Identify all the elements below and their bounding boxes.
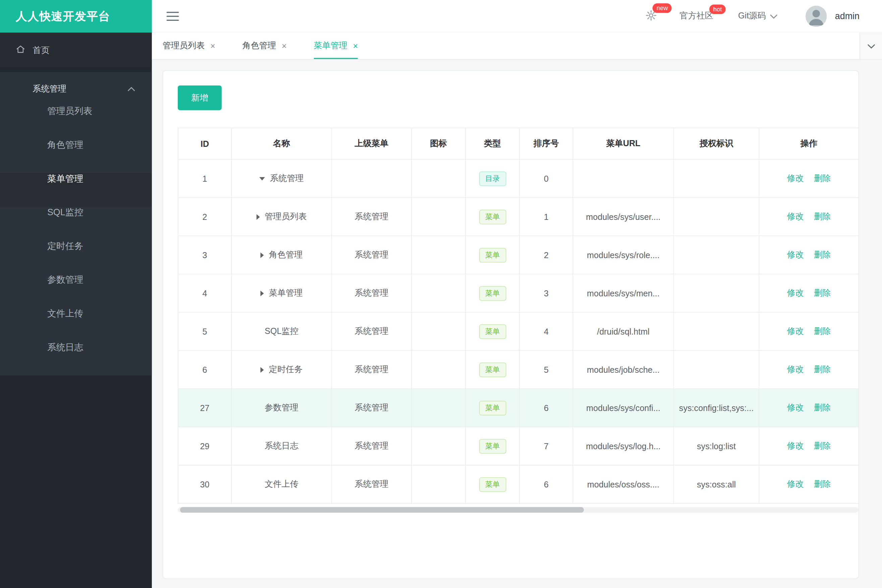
tab-close-icon[interactable]: × xyxy=(282,41,287,51)
type-badge: 菜单 xyxy=(479,439,506,454)
edit-link[interactable]: 修改 xyxy=(787,250,804,260)
sidebar-item[interactable]: 定时任务 xyxy=(0,241,152,274)
edit-link[interactable]: 修改 xyxy=(787,326,804,336)
column-header: 类型 xyxy=(466,128,520,159)
edit-link[interactable]: 修改 xyxy=(787,173,804,183)
tabs-dropdown-button[interactable] xyxy=(859,33,882,59)
cell-parent-menu: 系统管理 xyxy=(332,312,412,351)
chevron-up-icon xyxy=(128,86,135,91)
cell-type: 菜单 xyxy=(466,427,520,465)
cell-actions: 修改删除 xyxy=(759,351,859,389)
horizontal-scrollbar-track[interactable] xyxy=(178,507,858,513)
cell-auth-mark xyxy=(674,351,759,389)
cell-name: 管理员列表 xyxy=(231,198,332,236)
sidebar-item[interactable]: 管理员列表 xyxy=(0,106,152,140)
expand-arrow-icon[interactable] xyxy=(261,367,264,372)
tab-close-icon[interactable]: × xyxy=(353,41,358,51)
delete-link[interactable]: 删除 xyxy=(814,403,831,412)
menu-name: 菜单管理 xyxy=(269,288,303,299)
sidebar-item[interactable]: SQL监控 xyxy=(0,207,152,241)
tab[interactable]: 菜单管理 × xyxy=(314,33,358,59)
sidebar-item[interactable]: 菜单管理 xyxy=(0,173,152,207)
cell-order: 5 xyxy=(520,351,573,389)
cell-name: 定时任务 xyxy=(231,351,332,389)
delete-link[interactable]: 删除 xyxy=(814,173,831,183)
edit-link[interactable]: 修改 xyxy=(787,441,804,450)
menu-name: 系统管理 xyxy=(270,173,304,184)
sidebar-item-home[interactable]: 首页 xyxy=(0,33,152,68)
menu-name: 角色管理 xyxy=(269,250,303,261)
table-row: 6 定时任务 系统管理 菜单 5 modules/job/sche... 修改删… xyxy=(178,351,859,389)
delete-link[interactable]: 删除 xyxy=(814,326,831,336)
hamburger-menu-icon[interactable] xyxy=(166,11,179,21)
content-card: 新增 ID名称上级菜单图标类型排序号菜单URL授权标识操作 1 系统管理 xyxy=(163,70,859,579)
cell-auth-mark xyxy=(674,274,759,312)
cell-parent-menu: 系统管理 xyxy=(332,427,412,465)
delete-link[interactable]: 删除 xyxy=(814,441,831,450)
edit-link[interactable]: 修改 xyxy=(787,288,804,298)
cell-menu-url: modules/job/sche... xyxy=(573,351,673,389)
delete-link[interactable]: 删除 xyxy=(814,288,831,298)
delete-link[interactable]: 删除 xyxy=(814,250,831,260)
sidebar-item-label: 参数管理 xyxy=(47,275,83,285)
cell-id: 1 xyxy=(178,159,231,198)
table-row: 4 菜单管理 系统管理 菜单 3 modules/sys/men... 修改删除 xyxy=(178,274,859,312)
cell-order: 1 xyxy=(520,198,573,236)
cell-menu-url: modules/sys/confi... xyxy=(573,389,673,427)
cell-name: 参数管理 xyxy=(231,389,332,427)
cell-auth-mark xyxy=(674,236,759,274)
delete-link[interactable]: 删除 xyxy=(814,479,831,489)
sidebar-item[interactable]: 参数管理 xyxy=(0,274,152,308)
git-source-dropdown[interactable]: Git源码 xyxy=(738,11,778,21)
menu-name: 系统日志 xyxy=(264,441,299,452)
topbar: new 官方社区 hot Git源码 xyxy=(152,0,882,33)
settings-button[interactable]: new xyxy=(645,9,657,23)
cell-auth-mark: sys:config:list,sys:... xyxy=(674,389,759,427)
tab[interactable]: 管理员列表 × xyxy=(163,33,215,59)
tab-close-icon[interactable]: × xyxy=(210,41,215,51)
main-area: 管理员列表 × 角色管理 × 菜单管理 × 新增 xyxy=(152,33,882,588)
table-row: 30 文件上传 系统管理 菜单 6 modules/oss/oss.... sy… xyxy=(178,465,859,504)
cell-order: 3 xyxy=(520,274,573,312)
sidebar-item[interactable]: 角色管理 xyxy=(0,140,152,173)
delete-link[interactable]: 删除 xyxy=(814,212,831,221)
expand-arrow-icon[interactable] xyxy=(261,290,264,296)
cell-icon xyxy=(412,198,466,236)
sidebar-section-system[interactable]: 系统管理 xyxy=(0,72,152,106)
cell-type: 目录 xyxy=(466,159,520,198)
cell-menu-url: modules/sys/role.... xyxy=(573,236,673,274)
edit-link[interactable]: 修改 xyxy=(787,364,804,374)
cell-parent-menu xyxy=(332,159,412,198)
sidebar-home-label: 首页 xyxy=(33,45,49,56)
sidebar-item[interactable]: 系统日志 xyxy=(0,342,152,376)
edit-link[interactable]: 修改 xyxy=(787,403,804,412)
delete-link[interactable]: 删除 xyxy=(814,364,831,374)
tab-label: 菜单管理 xyxy=(314,40,347,51)
avatar[interactable] xyxy=(806,5,827,27)
column-header: 排序号 xyxy=(520,128,573,159)
cell-auth-mark: sys:oss:all xyxy=(674,465,759,504)
cell-auth-mark xyxy=(674,312,759,351)
topbar-right: new 官方社区 hot Git源码 xyxy=(645,5,859,27)
expand-arrow-icon[interactable] xyxy=(261,252,264,258)
edit-link[interactable]: 修改 xyxy=(787,212,804,221)
horizontal-scrollbar-thumb[interactable] xyxy=(180,507,584,513)
type-badge: 目录 xyxy=(479,171,506,186)
column-header: 操作 xyxy=(759,128,859,159)
cell-menu-url xyxy=(573,159,673,198)
tab[interactable]: 角色管理 × xyxy=(242,33,287,59)
add-button[interactable]: 新增 xyxy=(178,86,222,110)
cell-menu-url: modules/oss/oss.... xyxy=(573,465,673,504)
expand-arrow-icon[interactable] xyxy=(259,177,265,180)
cell-icon xyxy=(412,351,466,389)
cell-type: 菜单 xyxy=(466,236,520,274)
expand-arrow-icon[interactable] xyxy=(256,214,260,220)
menu-table: ID名称上级菜单图标类型排序号菜单URL授权标识操作 1 系统管理 目录 0 修… xyxy=(178,128,859,504)
sidebar-item-label: 角色管理 xyxy=(47,140,83,150)
edit-link[interactable]: 修改 xyxy=(787,479,804,489)
sidebar-item[interactable]: 文件上传 xyxy=(0,308,152,342)
community-link[interactable]: 官方社区 hot xyxy=(680,11,714,21)
cell-menu-url: /druid/sql.html xyxy=(573,312,673,351)
cell-order: 6 xyxy=(520,465,573,504)
cell-icon xyxy=(412,159,466,198)
